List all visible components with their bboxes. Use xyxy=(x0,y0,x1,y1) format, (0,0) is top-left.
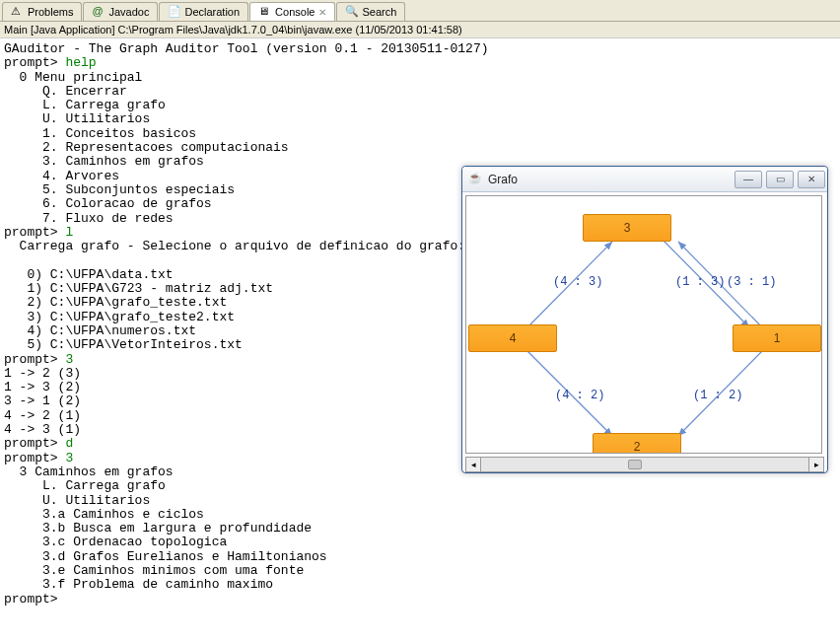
graph-node-4[interactable]: 4 xyxy=(468,324,557,352)
minimize-button[interactable]: — xyxy=(735,171,762,188)
close-icon[interactable]: ✕ xyxy=(318,7,326,18)
edge-label-1-2: (1 : 2) xyxy=(693,389,742,402)
tab-problems[interactable]: ⚠Problems xyxy=(2,2,82,21)
edge-label-3-1: (3 : 1) xyxy=(727,275,776,289)
maximize-button[interactable]: ▭ xyxy=(766,171,794,188)
graph-node-2[interactable]: 2 xyxy=(593,433,681,454)
graph-canvas[interactable]: 3 1 2 4 (4 : 3) (1 : 3) (3 : 1) (4 : 2) … xyxy=(465,195,822,454)
launch-info-bar: Main [Java Application] C:\Program Files… xyxy=(0,22,840,38)
scroll-thumb[interactable] xyxy=(628,460,642,469)
graph-node-3[interactable]: 3 xyxy=(583,214,671,242)
edge-label-4-2: (4 : 2) xyxy=(555,389,604,402)
graph-window-titlebar[interactable]: ☕ Grafo — ▭ ✕ xyxy=(462,167,827,192)
java-icon: ☕ xyxy=(468,172,484,187)
declaration-icon: 📄 xyxy=(168,5,181,19)
at-icon: @ xyxy=(92,5,105,19)
graph-node-1[interactable]: 1 xyxy=(733,324,821,352)
graph-window[interactable]: ☕ Grafo — ▭ ✕ 3 1 2 4 (4 : 3) (1 : 3) (3… xyxy=(461,166,828,473)
tab-bar: ⚠Problems @Javadoc 📄Declaration 🖥Console… xyxy=(0,0,840,22)
console-icon: 🖥 xyxy=(258,5,272,19)
tab-javadoc[interactable]: @Javadoc xyxy=(83,2,158,21)
warning-icon: ⚠ xyxy=(11,5,25,19)
edge-label-4-3: (4 : 3) xyxy=(553,275,602,289)
tab-console[interactable]: 🖥Console✕ xyxy=(249,2,335,21)
scroll-right-button[interactable]: ▸ xyxy=(808,457,824,472)
horizontal-scrollbar[interactable]: ◂ ▸ xyxy=(465,457,824,472)
tab-declaration[interactable]: 📄Declaration xyxy=(159,2,248,21)
scroll-track[interactable] xyxy=(481,457,808,472)
close-button[interactable]: ✕ xyxy=(798,171,825,188)
edge-label-1-3: (1 : 3) xyxy=(675,275,725,289)
scroll-left-button[interactable]: ◂ xyxy=(465,457,481,472)
graph-window-title: Grafo xyxy=(488,173,735,186)
tab-search[interactable]: 🔍Search xyxy=(336,2,405,21)
search-icon: 🔍 xyxy=(345,5,359,19)
